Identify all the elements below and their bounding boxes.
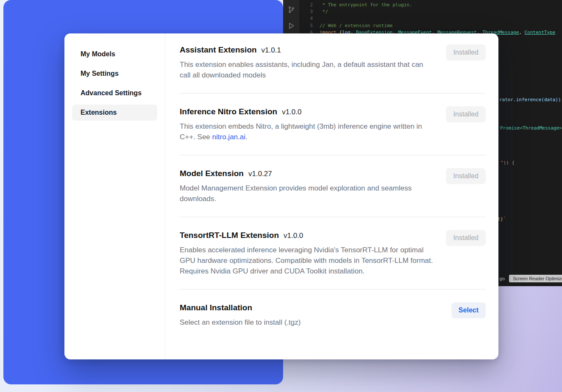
- installed-button[interactable]: Installed: [446, 106, 486, 122]
- code-line: 3 */: [299, 8, 562, 15]
- code-lines: 2 * The entrypoint for the plugin.3 */45…: [299, 1, 562, 36]
- extension-version: v1.0.27: [248, 170, 272, 178]
- code-line: 4: [299, 15, 562, 22]
- code-line: 2 * The entrypoint for the plugin.: [299, 1, 562, 8]
- extension-row-model: Model Extension v1.0.27 Model Management…: [180, 155, 486, 217]
- run-debug-icon[interactable]: [287, 22, 295, 30]
- extension-title: Model Extension: [180, 168, 244, 179]
- sidebar-item-my-models[interactable]: My Models: [72, 46, 157, 62]
- extension-description: Model Management Extension provides mode…: [180, 183, 434, 204]
- nitro-jan-ai-link[interactable]: nitro.jan.ai: [212, 133, 245, 141]
- code-line: 5// Web / extension runtime: [299, 22, 562, 29]
- extension-info: Manual Installation Select an extension …: [180, 302, 300, 328]
- extension-info: Inference Nitro Extension v1.0.0 This ex…: [180, 106, 434, 142]
- screen-reader-chip[interactable]: Screen Reader Optimize: [509, 275, 562, 282]
- extensions-list: Assistant Extension v1.0.1 This extensio…: [165, 33, 498, 359]
- extension-title: Inference Nitro Extension: [180, 106, 277, 117]
- extension-row-tensorrt: TensortRT-LLM Extension v1.0.0 Enables a…: [180, 217, 486, 290]
- sidebar-item-advanced-settings[interactable]: Advanced Settings: [72, 85, 157, 101]
- extension-description: Enables accelerated inference leveraging…: [180, 245, 434, 276]
- code-fragment: Promise<ThreadMessage>: [500, 125, 562, 131]
- extension-info: Model Extension v1.0.27 Model Management…: [180, 168, 434, 204]
- installed-button[interactable]: Installed: [446, 44, 486, 61]
- code-fragment: rator.inference(data));: [499, 97, 562, 102]
- extension-info: TensortRT-LLM Extension v1.0.0 Enables a…: [180, 230, 434, 276]
- extension-title: Assistant Extension: [180, 44, 257, 55]
- select-button[interactable]: Select: [451, 302, 486, 318]
- code-fragment: t}`: [498, 216, 506, 222]
- extension-row-manual-installation: Manual Installation Select an extension …: [180, 290, 486, 328]
- status-text: go: [499, 276, 505, 282]
- installed-button[interactable]: Installed: [446, 230, 486, 246]
- sidebar-item-my-settings[interactable]: My Settings: [72, 66, 157, 82]
- extension-version: v1.0.1: [262, 46, 281, 55]
- editor-status-row: go Screen Reader Optimize: [499, 275, 562, 282]
- extension-row-assistant: Assistant Extension v1.0.1 This extensio…: [180, 42, 486, 94]
- extension-title: Manual Installation: [180, 302, 252, 313]
- settings-modal: My Models My Settings Advanced Settings …: [64, 33, 498, 359]
- extension-title: TensortRT-LLM Extension: [180, 230, 279, 241]
- source-control-icon[interactable]: [287, 6, 295, 14]
- sidebar-item-extensions[interactable]: Extensions: [72, 105, 157, 121]
- extension-description: This extension enables assistants, inclu…: [180, 59, 434, 80]
- extension-version: v1.0.0: [284, 232, 303, 240]
- extension-info: Assistant Extension v1.0.1 This extensio…: [180, 44, 434, 80]
- extension-version: v1.0.0: [282, 108, 301, 116]
- extension-description: Select an extension file to install (.tg…: [180, 317, 300, 328]
- code-fragment: ")) {: [501, 160, 515, 166]
- settings-sidebar: My Models My Settings Advanced Settings …: [64, 33, 165, 359]
- description-text: .: [245, 133, 248, 141]
- installed-button[interactable]: Installed: [446, 168, 486, 184]
- extension-description: This extension embeds Nitro, a lightweig…: [180, 121, 434, 142]
- extension-row-nitro: Inference Nitro Extension v1.0.0 This ex…: [180, 94, 486, 155]
